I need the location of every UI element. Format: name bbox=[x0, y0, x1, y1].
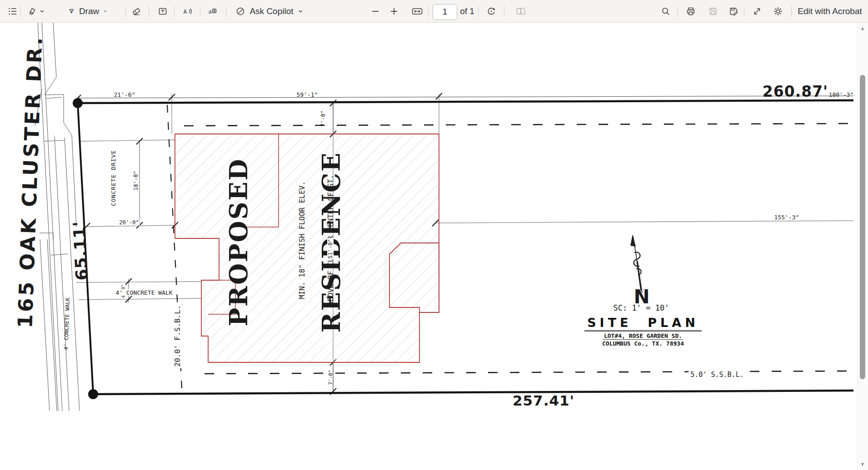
save-button[interactable] bbox=[708, 0, 718, 22]
eraser-icon bbox=[131, 6, 141, 16]
chevron-down-icon bbox=[39, 8, 45, 14]
side-setback-label: 5.0' S.S.B.L. bbox=[688, 371, 745, 379]
dim-20-0-label: 20'-0" bbox=[118, 219, 140, 226]
scroll-down-icon[interactable]: ▼ bbox=[859, 461, 866, 467]
read-aloud-icon: A bbox=[182, 6, 192, 16]
title-block-line2: COLUMBUS Co., TX. 78934 bbox=[584, 340, 702, 347]
save-icon bbox=[708, 6, 718, 16]
scroll-up-icon[interactable]: ▲ bbox=[859, 25, 866, 31]
scrollbar-thumb[interactable] bbox=[860, 75, 865, 379]
north-arrow-icon bbox=[630, 234, 642, 293]
zoom-out-icon bbox=[370, 6, 380, 16]
page-view-button[interactable] bbox=[515, 0, 527, 22]
site-plan-drawing bbox=[0, 0, 868, 470]
highlighter-button[interactable] bbox=[27, 0, 38, 22]
pen-icon bbox=[68, 6, 75, 16]
fit-to-width-icon bbox=[411, 6, 423, 16]
min-floor-line1: MIN. 18" FINISH FLOOR ELEV. bbox=[297, 175, 307, 306]
save-as-button[interactable] bbox=[728, 0, 739, 22]
translate-icon: a bbox=[207, 6, 217, 16]
dim-18-0-label: 18'-0" bbox=[133, 171, 139, 190]
dim-59-1-label: 59'-1" bbox=[297, 91, 318, 98]
copilot-icon bbox=[235, 6, 245, 16]
title-block: SITE PLAN LOT#4, ROSE GARDEN SD. COLUMBU… bbox=[584, 316, 702, 347]
dim-155-3-label: 155'-3" bbox=[774, 214, 799, 221]
print-icon bbox=[686, 6, 696, 16]
corner-marker-top bbox=[73, 98, 83, 108]
page-count-label: of 1 bbox=[458, 0, 476, 22]
svg-text:a: a bbox=[209, 8, 212, 15]
table-of-contents-button[interactable] bbox=[7, 0, 18, 22]
dim-7-0-bottom-label: 7'-0" bbox=[328, 370, 334, 385]
rotate-button[interactable] bbox=[486, 0, 497, 22]
vertical-scrollbar[interactable]: ▲ ▼ bbox=[857, 22, 868, 470]
draw-label: Draw bbox=[79, 6, 99, 16]
gear-icon bbox=[773, 6, 783, 16]
title-block-line1: LOT#4, ROSE GARDEN SD. bbox=[603, 332, 683, 340]
highlighter-dropdown[interactable] bbox=[38, 0, 45, 22]
page-number-input[interactable] bbox=[433, 4, 457, 20]
read-aloud-button[interactable]: A bbox=[182, 0, 193, 22]
edit-with-acrobat-label: Edit with Acrobat bbox=[798, 6, 862, 16]
save-as-icon bbox=[728, 6, 738, 16]
fullscreen-button[interactable] bbox=[752, 0, 763, 22]
corner-marker-bottom bbox=[88, 389, 98, 399]
translate-button[interactable]: a bbox=[207, 0, 218, 22]
scale-note: SC: 1' = 10' bbox=[614, 303, 669, 312]
pdf-viewer-window: 165 OAK CLUSTER DR. 65.11' 21'-6" 59'-1"… bbox=[0, 0, 868, 470]
lot-top-length-label: 260.87' bbox=[763, 83, 828, 100]
search-button[interactable] bbox=[660, 0, 671, 22]
ask-copilot-label: Ask Copilot bbox=[249, 6, 293, 16]
chevron-down-icon bbox=[103, 8, 107, 14]
ask-copilot-button[interactable]: Ask Copilot bbox=[233, 0, 306, 22]
lot-left-length-label: 65.11' bbox=[70, 221, 91, 281]
concrete-drive-label: CONCRETE DRIVE bbox=[110, 150, 117, 206]
dim-180-3-label: 180'-3" bbox=[829, 91, 854, 98]
settings-button[interactable] bbox=[773, 0, 783, 22]
edit-with-acrobat-button[interactable]: Edit with Acrobat bbox=[798, 0, 862, 22]
chevron-down-icon bbox=[298, 8, 304, 14]
expand-icon bbox=[752, 6, 762, 16]
dim-7-0-top-label: 7'-0" bbox=[320, 110, 326, 127]
highlighter-icon bbox=[27, 6, 37, 16]
search-icon bbox=[661, 6, 671, 16]
zoom-in-icon bbox=[389, 6, 399, 16]
table-of-contents-icon bbox=[8, 6, 18, 16]
add-text-button[interactable] bbox=[157, 0, 168, 22]
pdf-toolbar: Draw A bbox=[0, 0, 868, 23]
print-button[interactable] bbox=[685, 0, 696, 22]
dim-51-0-label: 51'-0" bbox=[327, 238, 334, 259]
min-floor-note: MIN. 18" FINISH FLOOR ELEV. ABOVE OF CUR… bbox=[278, 175, 354, 306]
proposed-line1: PROPOSED bbox=[223, 152, 254, 333]
eraser-button[interactable] bbox=[131, 0, 142, 22]
zoom-out-button[interactable] bbox=[370, 0, 381, 22]
draw-button[interactable]: Draw bbox=[68, 0, 107, 22]
lot-bottom-length-label: 257.41' bbox=[513, 392, 574, 409]
text-box-icon bbox=[158, 6, 168, 16]
fit-to-width-button[interactable] bbox=[411, 0, 423, 22]
zoom-in-button[interactable] bbox=[389, 0, 399, 22]
site-plan-title: SITE PLAN bbox=[584, 316, 702, 331]
rotate-icon bbox=[486, 6, 496, 16]
svg-text:A: A bbox=[184, 8, 187, 15]
dim-21-6-label: 21'-6" bbox=[114, 91, 135, 98]
page-view-icon bbox=[515, 6, 526, 16]
